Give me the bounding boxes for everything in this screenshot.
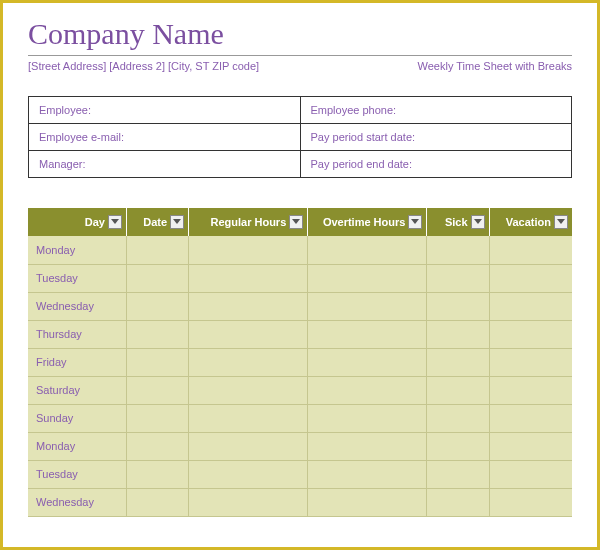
cell-date[interactable] <box>126 320 188 348</box>
filter-dropdown-icon[interactable] <box>108 215 122 229</box>
table-row: Monday <box>28 432 572 460</box>
cell-overtime[interactable] <box>308 348 427 376</box>
info-table: Employee: Employee phone: Employee e-mai… <box>28 96 572 178</box>
cell-sick[interactable] <box>427 404 489 432</box>
cell-regular[interactable] <box>189 348 308 376</box>
filter-dropdown-icon[interactable] <box>408 215 422 229</box>
cell-overtime[interactable] <box>308 264 427 292</box>
cell-day[interactable]: Saturday <box>28 376 126 404</box>
cell-date[interactable] <box>126 460 188 488</box>
column-header-overtime-hours[interactable]: Overtime Hours <box>308 208 427 236</box>
cell-day[interactable]: Sunday <box>28 404 126 432</box>
cell-regular[interactable] <box>189 320 308 348</box>
filter-dropdown-icon[interactable] <box>554 215 568 229</box>
pay-period-end-label[interactable]: Pay period end date: <box>300 151 572 178</box>
employee-label[interactable]: Employee: <box>29 97 301 124</box>
cell-overtime[interactable] <box>308 404 427 432</box>
cell-regular[interactable] <box>189 376 308 404</box>
cell-date[interactable] <box>126 488 188 516</box>
cell-vacation[interactable] <box>489 292 572 320</box>
cell-vacation[interactable] <box>489 264 572 292</box>
cell-regular[interactable] <box>189 488 308 516</box>
cell-vacation[interactable] <box>489 460 572 488</box>
filter-dropdown-icon[interactable] <box>170 215 184 229</box>
cell-date[interactable] <box>126 348 188 376</box>
cell-date[interactable] <box>126 376 188 404</box>
cell-overtime[interactable] <box>308 320 427 348</box>
header-label: Date <box>143 216 167 228</box>
header-row: Day Date Regul <box>28 208 572 236</box>
cell-regular[interactable] <box>189 460 308 488</box>
cell-date[interactable] <box>126 236 188 264</box>
cell-day[interactable]: Friday <box>28 348 126 376</box>
svg-marker-2 <box>292 219 300 224</box>
info-row: Employee: Employee phone: <box>29 97 572 124</box>
column-header-regular-hours[interactable]: Regular Hours <box>189 208 308 236</box>
address-text: [Street Address] [Address 2] [City, ST Z… <box>28 60 259 72</box>
cell-vacation[interactable] <box>489 404 572 432</box>
cell-vacation[interactable] <box>489 376 572 404</box>
cell-date[interactable] <box>126 292 188 320</box>
cell-overtime[interactable] <box>308 236 427 264</box>
column-header-vacation[interactable]: Vacation <box>489 208 572 236</box>
svg-marker-3 <box>411 219 419 224</box>
cell-vacation[interactable] <box>489 432 572 460</box>
company-name: Company Name <box>28 17 572 51</box>
cell-sick[interactable] <box>427 460 489 488</box>
cell-vacation[interactable] <box>489 236 572 264</box>
cell-day[interactable]: Monday <box>28 432 126 460</box>
cell-regular[interactable] <box>189 292 308 320</box>
cell-sick[interactable] <box>427 236 489 264</box>
filter-dropdown-icon[interactable] <box>471 215 485 229</box>
cell-date[interactable] <box>126 404 188 432</box>
cell-overtime[interactable] <box>308 488 427 516</box>
cell-regular[interactable] <box>189 264 308 292</box>
column-header-day[interactable]: Day <box>28 208 126 236</box>
table-row: Sunday <box>28 404 572 432</box>
column-header-sick[interactable]: Sick <box>427 208 489 236</box>
employee-phone-label[interactable]: Employee phone: <box>300 97 572 124</box>
table-row: Saturday <box>28 376 572 404</box>
cell-day[interactable]: Monday <box>28 236 126 264</box>
pay-period-start-label[interactable]: Pay period start date: <box>300 124 572 151</box>
cell-vacation[interactable] <box>489 348 572 376</box>
table-row: Friday <box>28 348 572 376</box>
cell-sick[interactable] <box>427 488 489 516</box>
document-title: Weekly Time Sheet with Breaks <box>418 60 572 72</box>
manager-label[interactable]: Manager: <box>29 151 301 178</box>
cell-sick[interactable] <box>427 292 489 320</box>
cell-day[interactable]: Wednesday <box>28 488 126 516</box>
cell-day[interactable]: Tuesday <box>28 264 126 292</box>
cell-sick[interactable] <box>427 264 489 292</box>
cell-sick[interactable] <box>427 348 489 376</box>
header-label: Day <box>85 216 105 228</box>
header-label: Regular Hours <box>210 216 286 228</box>
cell-sick[interactable] <box>427 432 489 460</box>
cell-regular[interactable] <box>189 236 308 264</box>
info-row: Employee e-mail: Pay period start date: <box>29 124 572 151</box>
cell-overtime[interactable] <box>308 292 427 320</box>
cell-sick[interactable] <box>427 376 489 404</box>
column-header-date[interactable]: Date <box>126 208 188 236</box>
cell-day[interactable]: Tuesday <box>28 460 126 488</box>
svg-marker-1 <box>173 219 181 224</box>
cell-date[interactable] <box>126 264 188 292</box>
cell-overtime[interactable] <box>308 376 427 404</box>
cell-vacation[interactable] <box>489 320 572 348</box>
header-divider <box>28 55 572 56</box>
cell-overtime[interactable] <box>308 460 427 488</box>
cell-sick[interactable] <box>427 320 489 348</box>
cell-day[interactable]: Thursday <box>28 320 126 348</box>
svg-marker-4 <box>474 219 482 224</box>
cell-vacation[interactable] <box>489 488 572 516</box>
cell-date[interactable] <box>126 432 188 460</box>
cell-overtime[interactable] <box>308 432 427 460</box>
cell-day[interactable]: Wednesday <box>28 292 126 320</box>
employee-email-label[interactable]: Employee e-mail: <box>29 124 301 151</box>
cell-regular[interactable] <box>189 404 308 432</box>
cell-regular[interactable] <box>189 432 308 460</box>
svg-marker-0 <box>111 219 119 224</box>
header-label: Overtime Hours <box>323 216 406 228</box>
filter-dropdown-icon[interactable] <box>289 215 303 229</box>
timesheet-table: Day Date Regul <box>28 208 572 517</box>
